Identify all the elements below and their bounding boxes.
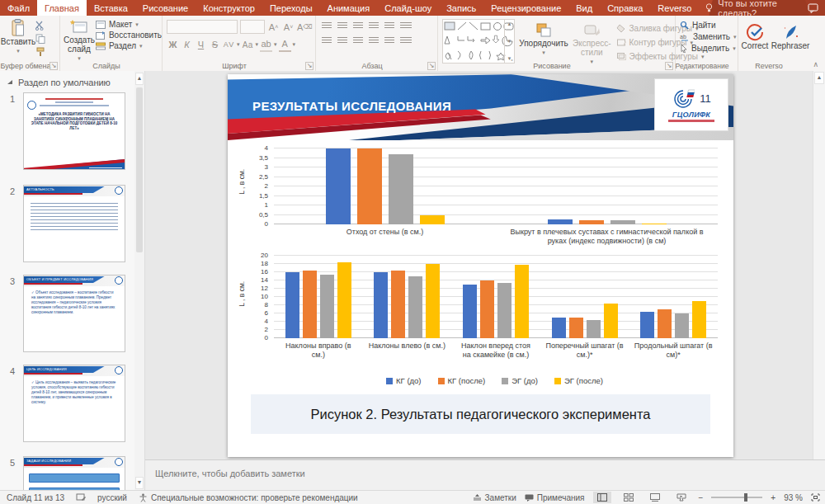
bar-КГ (до)[interactable] bbox=[326, 148, 351, 224]
tab-Рисование[interactable]: Рисование bbox=[135, 0, 196, 16]
editor-scroll-up-icon[interactable]: ▲ bbox=[814, 72, 824, 84]
tell-me-search[interactable]: Что вы хотите сделать? bbox=[705, 0, 808, 16]
reverso-rephraser-button[interactable]: Rephraser bbox=[772, 20, 808, 50]
collapse-ribbon-icon[interactable]: ∧ bbox=[813, 60, 818, 68]
slide-thumbnail-3[interactable]: ОБЪЕКТ И ПРЕДМЕТ ИССЛЕДОВАНИЯ✓ Объект ис… bbox=[23, 275, 125, 352]
accessibility-checker[interactable]: Специальные возможности: проверьте реком… bbox=[139, 493, 358, 502]
cut-icon[interactable] bbox=[33, 19, 47, 31]
shapes-gallery-scroll[interactable]: ▲▼▼̳ bbox=[504, 20, 514, 63]
bar-ЭГ (после)[interactable] bbox=[604, 304, 618, 339]
font-dialog-launcher[interactable]: ↘ bbox=[305, 62, 314, 70]
bar-ЭГ (после)[interactable] bbox=[337, 262, 351, 339]
format-painter-icon[interactable] bbox=[33, 45, 47, 58]
tab-Reverso[interactable]: Reverso bbox=[650, 0, 699, 16]
justify-icon[interactable] bbox=[369, 37, 379, 45]
scroll-up-icon[interactable]: ▲ bbox=[135, 73, 144, 85]
reverso-correct-button[interactable]: Correct bbox=[741, 20, 769, 50]
zoom-slider[interactable] bbox=[711, 497, 762, 498]
paste-button[interactable]: Вставить▾ bbox=[3, 16, 33, 58]
clipboard-dialog-launcher[interactable]: ↘ bbox=[50, 62, 58, 70]
notes-placeholder[interactable]: Щелкните, чтобы добавить заметки bbox=[155, 469, 305, 478]
bullets-icon[interactable] bbox=[322, 22, 332, 30]
bar-ЭГ (после)[interactable] bbox=[420, 215, 445, 225]
tab-Запись[interactable]: Запись bbox=[439, 0, 483, 16]
thumbnail-scrollbar[interactable]: ▲ ▼ bbox=[134, 71, 145, 491]
copy-icon[interactable] bbox=[33, 32, 47, 45]
figure-caption-box[interactable]: Рисунок 2. Результаты педагогического эк… bbox=[251, 394, 710, 434]
notes-pane[interactable]: Щелкните, чтобы добавить заметки bbox=[145, 459, 825, 491]
slide-thumbnail-2[interactable]: АКТУАЛЬНОСТЬ bbox=[23, 185, 125, 262]
comments-icon[interactable] bbox=[808, 3, 818, 13]
bar-КГ (после)[interactable] bbox=[569, 318, 583, 338]
slide-counter[interactable]: Слайд 11 из 13 bbox=[7, 493, 64, 502]
shapes-gallery[interactable]: ▲▼▼̳ bbox=[442, 19, 515, 64]
language-indicator[interactable]: русский bbox=[97, 493, 127, 502]
bar-КГ (после)[interactable] bbox=[480, 280, 494, 338]
find-button[interactable]: Найти bbox=[680, 21, 738, 30]
slideshow-view-button[interactable] bbox=[672, 492, 691, 503]
replace-button[interactable]: ab Заменить▾ bbox=[680, 32, 738, 41]
bar-КГ (после)[interactable] bbox=[579, 220, 604, 224]
change-case-button[interactable]: Аа bbox=[242, 38, 254, 51]
normal-view-button[interactable] bbox=[593, 492, 611, 503]
bar-КГ (до)[interactable] bbox=[374, 272, 388, 338]
bold-button[interactable]: Ж bbox=[167, 38, 179, 51]
slide-canvas[interactable]: РЕЗУЛЬТАТЫ ИССЛЕДОВАНИЯ bbox=[228, 74, 733, 457]
tab-Главная[interactable]: Главная bbox=[37, 0, 87, 16]
increase-font-icon[interactable]: A˄ bbox=[267, 21, 280, 34]
underline-button[interactable]: Ч bbox=[195, 38, 207, 51]
bar-ЭГ (после)[interactable] bbox=[515, 265, 529, 338]
bar-ЭГ (до)[interactable] bbox=[408, 276, 422, 338]
bar-ЭГ (после)[interactable] bbox=[426, 264, 440, 338]
fit-to-window-icon[interactable] bbox=[811, 493, 820, 502]
bar-ЭГ (до)[interactable] bbox=[497, 283, 512, 339]
paragraph-dialog-launcher[interactable]: ↘ bbox=[427, 62, 436, 70]
font-name-input[interactable] bbox=[167, 20, 238, 34]
comments-toggle[interactable]: Примечания bbox=[525, 493, 585, 502]
reset-button[interactable]: Восстановить bbox=[96, 31, 162, 40]
drawing-dialog-launcher[interactable]: ↘ bbox=[665, 62, 673, 70]
chart-2[interactable]: L , в см.02468101214161820Наклоны вправо… bbox=[239, 252, 721, 378]
tab-Переходы[interactable]: Переходы bbox=[262, 0, 320, 16]
slide-thumbnail-1[interactable]: «МЕТОДИКА РАЗВИТИЯ ГИБКОСТИ НА ЗАНЯТИЯХ … bbox=[23, 92, 125, 170]
font-size-input[interactable] bbox=[240, 20, 265, 34]
character-spacing-button[interactable]: AV bbox=[223, 38, 235, 51]
section-button[interactable]: Раздел▾ bbox=[96, 41, 162, 50]
zoom-in-button[interactable]: + bbox=[771, 493, 776, 502]
bar-ЭГ (до)[interactable] bbox=[320, 275, 334, 339]
reading-view-button[interactable] bbox=[646, 492, 664, 503]
slide-thumbnail-5[interactable]: ЗАДАЧИ ИССЛЕДОВАНИЙ bbox=[23, 456, 125, 491]
bar-КГ (после)[interactable] bbox=[391, 271, 405, 339]
font-color-button[interactable]: А bbox=[279, 37, 291, 52]
scrollbar-thumb[interactable] bbox=[136, 87, 143, 252]
arrange-button[interactable]: Упорядочить▾ bbox=[520, 19, 568, 57]
italic-button[interactable]: К bbox=[181, 38, 193, 51]
quick-styles-button[interactable]: Экспресс-стили▾ bbox=[573, 19, 611, 66]
bar-КГ (до)[interactable] bbox=[552, 318, 566, 338]
decrease-font-icon[interactable]: A˅ bbox=[282, 21, 295, 34]
tab-Конструктор[interactable]: Конструктор bbox=[196, 0, 262, 16]
convert-smartart-icon[interactable] bbox=[400, 37, 412, 45]
numbering-icon[interactable] bbox=[337, 22, 347, 30]
decrease-indent-icon[interactable] bbox=[353, 22, 363, 30]
align-left-icon[interactable] bbox=[322, 37, 332, 45]
bar-КГ (после)[interactable] bbox=[357, 148, 382, 224]
strikethrough-button[interactable]: S bbox=[209, 38, 221, 51]
clear-formatting-icon[interactable]: A⌫ bbox=[297, 21, 313, 34]
bar-КГ (до)[interactable] bbox=[548, 219, 573, 224]
columns-icon[interactable] bbox=[384, 37, 394, 45]
tab-Рецензирование[interactable]: Рецензирование bbox=[483, 0, 568, 16]
notes-toggle[interactable]: Заметки bbox=[473, 493, 516, 502]
bar-ЭГ (до)[interactable] bbox=[389, 154, 413, 224]
zoom-out-button[interactable]: − bbox=[699, 493, 704, 502]
bar-КГ (до)[interactable] bbox=[640, 312, 654, 339]
editor-scrollbar[interactable]: ▲ bbox=[813, 71, 825, 460]
slide-title[interactable]: РЕЗУЛЬТАТЫ ИССЛЕДОВАНИЯ bbox=[252, 99, 451, 113]
align-center-icon[interactable] bbox=[337, 37, 347, 45]
line-spacing-icon[interactable] bbox=[384, 22, 394, 30]
slide-sorter-view-button[interactable] bbox=[620, 492, 638, 503]
zoom-slider-thumb[interactable] bbox=[744, 493, 747, 502]
bar-ЭГ (после)[interactable] bbox=[692, 301, 706, 338]
bar-КГ (до)[interactable] bbox=[463, 285, 477, 338]
bar-ЭГ (до)[interactable] bbox=[675, 313, 689, 338]
